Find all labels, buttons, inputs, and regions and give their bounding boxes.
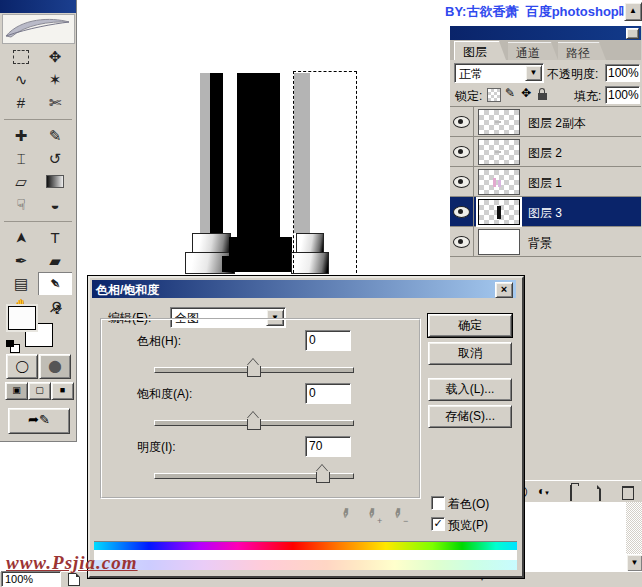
fullscreen-menubar-button[interactable]: ▢: [28, 382, 51, 400]
dodge-tool[interactable]: ◒: [38, 193, 72, 216]
spectrum-gap: [94, 550, 517, 560]
layer-thumbnail[interactable]: [478, 229, 520, 255]
notes-icon: ▤: [14, 275, 28, 293]
photoshop-workspace: BY:古欲香萧 百度photoshop吧 ▲ ✥∿✶#✄✚✎⌶↺▱☟◒➤T✒▰▤…: [0, 0, 642, 587]
colorize-checkbox[interactable]: [431, 496, 445, 510]
shape-tool[interactable]: ▰: [38, 249, 72, 272]
preview-checkbox[interactable]: ✓: [431, 517, 445, 531]
quick-mask-mode-button[interactable]: ⬤: [39, 354, 71, 379]
clone-stamp-tool[interactable]: ⌶: [4, 147, 38, 170]
panel-close-icon[interactable]: [626, 28, 639, 39]
eyedropper-sample-icon[interactable]: ✒: [335, 505, 355, 521]
hue-spectrum-adjusted: [94, 560, 517, 570]
tool-palette-titlebar[interactable]: [0, 0, 76, 13]
smudge-tool[interactable]: ☟: [4, 193, 38, 216]
opacity-value: 100%: [608, 66, 639, 80]
pen-tool[interactable]: ✒: [4, 249, 38, 272]
eyedropper-add-plus: +: [377, 516, 382, 526]
saturation-slider-thumb[interactable]: [247, 419, 261, 430]
fullscreen-button[interactable]: ■: [51, 382, 74, 400]
tab-layers[interactable]: 图层: [454, 41, 506, 60]
blend-mode-value: 正常: [459, 66, 483, 83]
blend-dropdown-arrow-icon[interactable]: ▼: [525, 65, 542, 81]
fill-input[interactable]: 100%: [605, 86, 640, 104]
thumbnail-content: [493, 178, 496, 187]
crop-tool[interactable]: #: [4, 91, 38, 114]
rectangular-marquee-tool[interactable]: [4, 45, 38, 68]
standard-screen-button[interactable]: ▣: [5, 382, 28, 400]
lightness-value: 70: [309, 439, 322, 453]
layer-row-4[interactable]: 背景: [450, 227, 641, 257]
layer-thumbnail[interactable]: [478, 169, 520, 195]
layer-visibility-toggle[interactable]: [450, 107, 474, 136]
layer-visibility-toggle[interactable]: [450, 167, 474, 196]
layer-row-1[interactable]: 图层 2: [450, 137, 641, 167]
dialog-close-icon[interactable]: ×: [495, 282, 513, 298]
hue-value: 0: [309, 333, 316, 347]
lasso-tool[interactable]: ∿: [4, 68, 38, 91]
lock-paint-icon[interactable]: ✎: [505, 86, 515, 100]
pedestal-middle-bottom: [222, 256, 299, 272]
layer-visibility-toggle[interactable]: [450, 227, 474, 256]
load-button[interactable]: 载入(L)...: [428, 378, 512, 401]
lock-transparency-icon[interactable]: [487, 88, 501, 102]
eye-icon: [453, 116, 470, 128]
lightness-input[interactable]: 70: [305, 436, 351, 457]
eraser-tool[interactable]: ▱: [4, 170, 38, 193]
opacity-input[interactable]: 100%: [605, 64, 640, 82]
hue-input[interactable]: 0: [305, 330, 351, 351]
hue-slider-thumb[interactable]: [247, 366, 261, 377]
notes-tool[interactable]: ▤: [4, 272, 38, 295]
layer-visibility-toggle[interactable]: [450, 137, 474, 166]
layer-row-2[interactable]: 图层 1: [450, 167, 641, 197]
dialog-titlebar[interactable]: 色相/饱和度 ×: [92, 280, 516, 298]
eye-icon: [453, 236, 470, 248]
saturation-label: 饱和度(A):: [137, 386, 192, 403]
selection-marquee[interactable]: [293, 71, 357, 278]
default-colors-icon[interactable]: [6, 340, 20, 353]
colorize-label: 着色(O): [448, 496, 489, 513]
history-brush-tool[interactable]: ↺: [38, 147, 72, 170]
saturation-input[interactable]: 0: [305, 383, 351, 404]
lock-row: 锁定: ✎ ✥ 填充: 100%: [450, 84, 641, 106]
foreground-color-swatch[interactable]: [8, 306, 36, 330]
magic-wand-tool[interactable]: ✶: [38, 68, 72, 91]
adjustment-layer-icon[interactable]: ◐▾: [538, 484, 549, 498]
blend-mode-select[interactable]: 正常 ▼: [454, 63, 544, 83]
magic-wand-icon: ✶: [49, 71, 62, 89]
new-group-icon[interactable]: [570, 485, 572, 501]
eyedropper-tool[interactable]: ✒: [38, 272, 72, 295]
tools-grid: ✥∿✶#✄✚✎⌶↺▱☟◒➤T✒▰▤✒✋⚲: [4, 45, 72, 318]
jump-to-imageready-button[interactable]: ➦✎: [8, 408, 70, 434]
lightness-slider-thumb[interactable]: [316, 472, 330, 483]
layer-visibility-toggle[interactable]: [450, 197, 474, 226]
layer-row-0[interactable]: 图层 2副本: [450, 107, 641, 137]
layer-row-3[interactable]: 图层 3: [450, 197, 641, 227]
tab-channels[interactable]: 通道: [508, 42, 558, 60]
move-tool[interactable]: ✥: [38, 45, 72, 68]
layer-thumbnail[interactable]: [478, 199, 520, 225]
fill-value: 100%: [608, 88, 639, 102]
ok-button[interactable]: 确定: [428, 314, 512, 337]
layers-panel-titlebar[interactable]: [450, 26, 641, 40]
layer-name: 图层 2: [528, 145, 562, 162]
tab-paths[interactable]: 路径: [558, 42, 606, 60]
cancel-button[interactable]: 取消: [428, 342, 512, 365]
layer-thumbnail[interactable]: [478, 139, 520, 165]
new-layer-icon[interactable]: [599, 485, 601, 501]
standard-mode-button[interactable]: ◯: [6, 354, 38, 379]
slice-tool[interactable]: ✄: [38, 91, 72, 114]
layer-thumbnail[interactable]: [478, 109, 520, 135]
vertical-scrollbar-track[interactable]: [626, 502, 642, 554]
save-button[interactable]: 存储(S)...: [428, 405, 512, 428]
delete-layer-icon[interactable]: [622, 486, 634, 500]
healing-brush-tool[interactable]: ✚: [4, 124, 38, 147]
scroll-down-button[interactable]: ▼: [626, 554, 642, 572]
gradient-tool[interactable]: [38, 170, 72, 193]
lock-move-icon[interactable]: ✥: [521, 86, 531, 100]
path-selection-tool[interactable]: ➤: [4, 226, 38, 249]
type-tool[interactable]: T: [38, 226, 72, 249]
scroll-up-button[interactable]: ▲: [624, 2, 642, 21]
lock-all-icon[interactable]: [538, 93, 547, 100]
brush-tool[interactable]: ✎: [38, 124, 72, 147]
